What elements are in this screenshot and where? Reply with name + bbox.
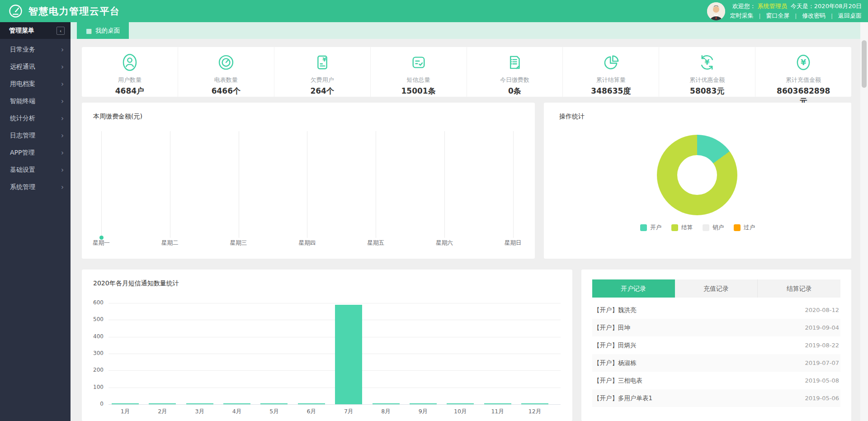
link-separator: ｜	[829, 13, 835, 19]
bar-month-9[interactable]	[410, 403, 437, 404]
avatar-portrait-icon	[707, 2, 725, 20]
meter-icon	[217, 65, 236, 74]
sidebar-item-8[interactable]: 系统管理›	[0, 179, 71, 196]
stat-label: 电表数量	[178, 76, 274, 84]
sidebar-item-0[interactable]: 日常业务›	[0, 41, 71, 58]
records-tab-2[interactable]: 结算记录	[758, 279, 840, 298]
legend-label: 过户	[744, 224, 755, 232]
legend-label: 开户	[650, 224, 661, 232]
main-content: 用户数量4684户电表数量6466个¥欠费用户264个短信总量15001条今日缴…	[71, 39, 868, 421]
legend-item-1[interactable]: 结算	[671, 224, 693, 232]
record-name: 【开户】田炳兴	[594, 341, 637, 350]
sidebar-item-6[interactable]: APP管理›	[0, 144, 71, 161]
bar-x-label: 12月	[521, 408, 548, 416]
bar-month-2[interactable]	[149, 403, 176, 404]
chevron-right-icon: ›	[61, 114, 64, 123]
sidebar-header: 管理菜单 ‹	[0, 22, 71, 39]
bar-month-3[interactable]	[186, 403, 213, 404]
chevron-right-icon: ›	[61, 80, 64, 88]
bar-gridline	[108, 370, 561, 371]
bar-ytick-label: 200	[85, 367, 104, 373]
bar-month-4[interactable]	[223, 403, 250, 404]
stats-summary-card: 用户数量4684户电表数量6466个¥欠费用户264个短信总量15001条今日缴…	[82, 47, 851, 97]
sidebar-item-2[interactable]: 用电档案›	[0, 76, 71, 93]
arrears-card-icon: ¥	[313, 65, 332, 74]
discount-refresh-icon: ¥	[698, 65, 717, 74]
header-link-1[interactable]: 窗口全屏	[766, 12, 789, 19]
record-row[interactable]: 【开户】多用户单表12019-05-06	[592, 389, 840, 407]
bar-month-7[interactable]	[335, 305, 362, 404]
sidebar-item-label: 日志管理	[10, 132, 35, 140]
sidebar-item-label: 智能终端	[10, 97, 35, 105]
record-row[interactable]: 【开户】田炳兴2019-08-22	[592, 336, 840, 354]
bar-month-6[interactable]	[298, 403, 325, 404]
bar-month-12[interactable]	[521, 403, 548, 404]
bar-month-11[interactable]	[484, 403, 511, 404]
bar-month-8[interactable]	[373, 403, 400, 404]
bar-ytick-label: 300	[85, 350, 104, 356]
legend-item-3[interactable]: 过户	[734, 224, 755, 232]
user-texts: 欢迎您：系统管理员 今天是：2020年08月20日 定时采集｜窗口全屏｜修改密码…	[730, 2, 862, 21]
week-gridline	[307, 131, 307, 238]
legend-item-2[interactable]: 销户	[703, 224, 724, 232]
bar-month-5[interactable]	[260, 403, 288, 404]
week-gridline	[101, 131, 102, 238]
record-row[interactable]: 【开户】魏洪亮2020-08-12	[592, 301, 840, 319]
stat-1: 电表数量6466个	[178, 47, 274, 97]
stat-7: ¥累计充值金额8603682898元	[755, 47, 851, 97]
header-link-0[interactable]: 定时采集	[730, 12, 754, 19]
bar-month-10[interactable]	[447, 403, 474, 404]
tab-my-desktop[interactable]: ▦ 我的桌面	[77, 22, 129, 39]
scrollbar-thumb[interactable]	[862, 40, 867, 88]
bar-gridline	[108, 320, 561, 320]
week-payment-chart-card: 本周缴费金额(元) 星期一星期二星期三星期四星期五星期六星期日	[82, 103, 535, 259]
sidebar-item-label: 用电档案	[10, 80, 35, 88]
stat-value: 264个	[296, 86, 349, 96]
bar-x-label: 10月	[447, 408, 474, 416]
legend-item-0[interactable]: 开户	[640, 224, 661, 232]
header-link-3[interactable]: 返回桌面	[838, 12, 862, 19]
yen-circle-icon: ¥	[794, 65, 813, 74]
stat-value: 0条	[488, 86, 541, 96]
record-name: 【开户】三相电表	[594, 377, 642, 385]
week-gridline	[376, 131, 376, 238]
records-tabs: 开户记录充值记录结算记录	[592, 279, 840, 298]
stat-4: 今日缴费数0条	[467, 47, 563, 97]
stat-label: 短信总量	[371, 76, 467, 84]
chevron-right-icon: ›	[61, 63, 64, 71]
sidebar-item-label: 基础设置	[10, 166, 35, 174]
tab-label: 我的桌面	[95, 27, 120, 35]
records-tab-1[interactable]: 充值记录	[675, 279, 758, 298]
records-tab-0[interactable]: 开户记录	[592, 279, 675, 298]
bar-month-1[interactable]	[112, 403, 139, 404]
stat-label: 今日缴费数	[467, 76, 563, 84]
sidebar-item-label: 系统管理	[10, 183, 35, 191]
sidebar-title: 管理菜单	[9, 27, 34, 35]
sidebar-item-7[interactable]: 基础设置›	[0, 161, 71, 179]
sidebar-item-5[interactable]: 日志管理›	[0, 127, 71, 144]
page-scrollbar[interactable]	[860, 22, 868, 421]
sidebar-item-1[interactable]: 远程通讯›	[0, 58, 71, 76]
record-row[interactable]: 【开户】田坤2019-09-04	[592, 319, 840, 336]
stat-label: 用户数量	[82, 76, 178, 84]
header-link-2[interactable]: 修改密码	[802, 12, 826, 19]
sidebar-item-3[interactable]: 智能终端›	[0, 93, 71, 110]
legend-swatch	[671, 224, 678, 231]
sidebar-collapse-button[interactable]: ‹	[57, 27, 65, 35]
bar-ytick-label: 400	[85, 333, 104, 340]
sidebar-item-4[interactable]: 统计分析›	[0, 110, 71, 127]
username[interactable]: 系统管理员	[758, 3, 787, 9]
record-row[interactable]: 【开户】三相电表2019-05-08	[592, 372, 840, 389]
record-name: 【开户】杨淑栋	[594, 359, 637, 367]
svg-text:¥: ¥	[801, 58, 806, 67]
record-date: 2019-05-08	[805, 377, 839, 384]
bar-x-label: 11月	[484, 408, 511, 416]
stat-value: 15001条	[392, 86, 445, 96]
week-gridline	[239, 131, 239, 238]
user-avatar[interactable]	[707, 2, 725, 20]
bar-ytick-label: 0	[85, 401, 104, 407]
donut-hole	[677, 155, 717, 195]
record-row[interactable]: 【开户】杨淑栋2019-07-07	[592, 354, 840, 372]
stat-label: 累计充值金额	[755, 76, 851, 84]
gauge-logo-icon	[8, 4, 23, 19]
